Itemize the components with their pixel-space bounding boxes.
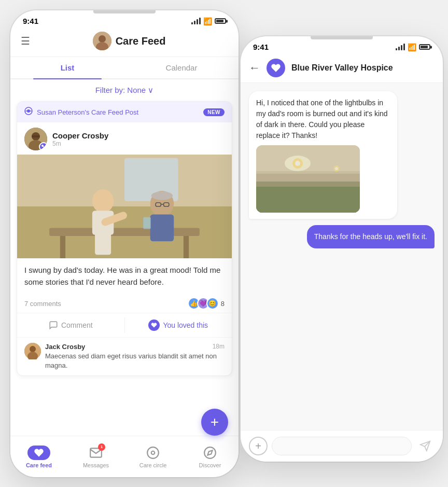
- avatar-badge: [39, 142, 47, 150]
- status-time-right: 9:41: [253, 43, 269, 51]
- post-user-info: Cooper Crosby 5m: [52, 131, 108, 147]
- comment-count[interactable]: 7 comments: [24, 300, 61, 308]
- post-actions: Comment You loved this: [17, 313, 232, 338]
- org-icon: [267, 59, 285, 77]
- page-title: Care Feed: [116, 35, 166, 47]
- status-bar-right: 9:41 📶: [241, 36, 443, 53]
- feed-card: Susan Peterson's Care Feed Post NEW: [17, 101, 232, 376]
- message-bubble-outgoing: Thanks for the heads up, we'll fix it.: [307, 225, 435, 248]
- reaction-number: 8: [221, 300, 225, 308]
- nav-label-care-circle: Care circle: [139, 462, 167, 468]
- svg-point-32: [30, 346, 36, 352]
- post-user-name: Cooper Crosby: [52, 131, 108, 140]
- nav-label-messages: Messages: [83, 462, 109, 468]
- incoming-text: Hi, I noticed that one of the lightbulbs…: [256, 99, 388, 140]
- svg-point-26: [151, 191, 173, 200]
- outgoing-text: Thanks for the heads up, we'll fix it.: [314, 232, 427, 241]
- chat-input[interactable]: [272, 437, 412, 455]
- chat-container: 9:41 📶: [241, 36, 443, 462]
- comment-section: Jack Crosby 18m Maecenas sed diam eget r…: [17, 338, 232, 375]
- svg-point-20: [92, 189, 114, 213]
- svg-point-4: [27, 109, 30, 113]
- battery-icon: [215, 18, 226, 24]
- scene: 9:41 📶 ☰: [0, 0, 448, 487]
- reaction-count: 👍 💜 😊 8: [188, 297, 225, 310]
- message-image: [256, 145, 360, 213]
- comment-content: Jack Crosby 18m Maecenas sed diam eget r…: [45, 343, 225, 370]
- messages-nav-icon: 1: [89, 446, 103, 460]
- post-user: Cooper Crosby 5m: [17, 122, 232, 155]
- comment-author: Jack Crosby: [45, 343, 85, 351]
- post-banner-left: Susan Peterson's Care Feed Post: [24, 107, 138, 117]
- love-action-label: You loved this: [163, 321, 208, 329]
- signal-icon-right: [396, 44, 405, 50]
- tab-list[interactable]: List: [10, 57, 124, 78]
- svg-rect-46: [256, 145, 360, 174]
- nav-item-care-circle[interactable]: Care circle: [124, 441, 181, 472]
- discover-nav-icon: [203, 446, 217, 460]
- svg-rect-22: [95, 222, 111, 255]
- post-author-label[interactable]: Susan Peterson's Care Feed Post: [37, 108, 138, 116]
- bottom-nav: Care feed 1 Messages: [10, 436, 239, 477]
- post-text: I swung by dad's today. He was in a grea…: [17, 258, 232, 294]
- message-bubble-incoming: Hi, I noticed that one of the lightbulbs…: [249, 91, 397, 219]
- nav-item-discover[interactable]: Discover: [181, 441, 239, 472]
- app-header: ☰ Care Feed: [10, 27, 239, 57]
- message-incoming: Hi, I noticed that one of the lightbulbs…: [249, 91, 435, 219]
- reaction-emojis: 👍 💜 😊: [188, 297, 219, 310]
- nav-item-messages[interactable]: 1 Messages: [67, 441, 124, 472]
- svg-rect-18: [60, 236, 65, 258]
- comment-header: Jack Crosby 18m: [45, 343, 225, 351]
- signal-icon: [191, 18, 201, 24]
- svg-line-13: [43, 146, 45, 148]
- nav-item-care-feed[interactable]: Care feed: [10, 441, 67, 472]
- chat-attach-button[interactable]: +: [249, 437, 268, 455]
- chat-input-area: +: [241, 430, 443, 462]
- tabs-container: List Calendar: [10, 57, 239, 79]
- header-center: Care Feed: [30, 32, 228, 50]
- wifi-icon: 📶: [203, 17, 212, 25]
- care-circle-nav-icon: [146, 446, 160, 460]
- comment-avatar: [24, 343, 41, 359]
- battery-icon-right: [419, 44, 430, 50]
- comment-action-label: Comment: [61, 321, 93, 329]
- chat-title: Blue River Valley Hospice: [291, 63, 393, 73]
- new-badge: NEW: [203, 108, 225, 116]
- love-icon: [148, 319, 160, 331]
- post-stats: 7 comments 👍 💜 😊 8: [17, 294, 232, 313]
- svg-point-36: [204, 447, 216, 458]
- svg-point-34: [147, 447, 159, 458]
- status-icons-left: 📶: [191, 17, 226, 25]
- svg-point-1: [99, 35, 106, 43]
- post-banner: Susan Peterson's Care Feed Post NEW: [17, 102, 232, 122]
- chat-header: ← Blue River Valley Hospice: [241, 53, 443, 83]
- svg-rect-25: [150, 215, 174, 242]
- status-icons-right: 📶: [396, 43, 430, 51]
- post-user-time: 5m: [52, 140, 108, 147]
- svg-marker-37: [207, 450, 212, 455]
- smile-emoji: 😊: [206, 297, 219, 310]
- filter-bar[interactable]: Filter by: None ∨: [10, 79, 239, 101]
- comment-time: 18m: [213, 343, 225, 351]
- comment-text: Maecenas sed diam eget risus varius blan…: [45, 352, 225, 370]
- nav-label-discover: Discover: [199, 462, 221, 468]
- comment-button[interactable]: Comment: [17, 313, 124, 337]
- svg-rect-30: [143, 217, 150, 229]
- back-button[interactable]: ←: [249, 61, 260, 75]
- care-feed-nav-icon: [27, 446, 50, 460]
- svg-point-35: [151, 451, 155, 454]
- chat-body[interactable]: Hi, I noticed that one of the lightbulbs…: [241, 83, 443, 430]
- nav-label-care-feed: Care feed: [26, 462, 52, 468]
- menu-button[interactable]: ☰: [21, 35, 30, 47]
- fab-button[interactable]: +: [201, 409, 228, 436]
- love-button[interactable]: You loved this: [125, 313, 232, 337]
- chat-send-button[interactable]: [416, 437, 435, 455]
- tab-calendar[interactable]: Calendar: [124, 57, 239, 78]
- wifi-icon-right: 📶: [408, 43, 416, 51]
- post-user-avatar: [24, 128, 47, 150]
- user-avatar-header: [93, 32, 111, 50]
- share-icon: [24, 107, 33, 117]
- svg-rect-19: [184, 236, 189, 258]
- svg-rect-17: [49, 228, 200, 236]
- svg-rect-10: [32, 135, 40, 137]
